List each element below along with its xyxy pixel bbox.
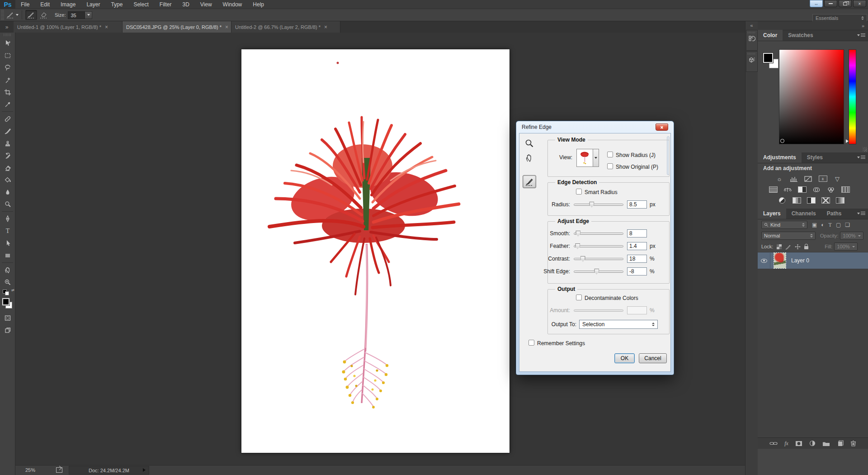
dialog-title-bar[interactable]: Refine Edge × — [516, 121, 674, 133]
hand-tool[interactable] — [0, 264, 15, 276]
menu-window[interactable]: Window — [217, 0, 248, 9]
smart-radius-checkbox[interactable] — [576, 189, 582, 195]
menu-edit[interactable]: Edit — [35, 0, 55, 9]
shape-tool[interactable] — [0, 249, 15, 261]
hue-saturation-icon[interactable] — [769, 186, 778, 193]
type-tool[interactable]: T — [0, 225, 15, 237]
menu-3d[interactable]: 3D — [177, 0, 194, 9]
vibrance-icon[interactable]: ▽ — [833, 176, 842, 182]
paint-bucket-tool[interactable] — [0, 174, 15, 186]
tab-styles[interactable]: Styles — [802, 152, 828, 163]
menu-filter[interactable]: Filter — [154, 0, 177, 9]
brightness-contrast-icon[interactable]: ☼ — [775, 176, 784, 182]
smooth-value-input[interactable]: 8 — [627, 229, 647, 238]
remember-settings-checkbox[interactable] — [528, 340, 534, 346]
dialog-hand-tool[interactable] — [524, 152, 535, 163]
invert-icon[interactable] — [778, 197, 787, 204]
tab-swatches[interactable]: Swatches — [783, 30, 818, 41]
hue-strip[interactable] — [849, 49, 856, 144]
status-flyout-arrow[interactable] — [143, 468, 146, 472]
foreground-color-swatch[interactable] — [2, 298, 9, 305]
filter-type-icon[interactable]: T — [829, 222, 832, 228]
output-to-dropdown[interactable]: Selection — [579, 320, 658, 329]
opacity-dropdown[interactable]: 100% — [840, 232, 863, 240]
menu-type[interactable]: Type — [105, 0, 128, 9]
panel-menu-icon[interactable] — [857, 156, 865, 159]
menu-help[interactable]: Help — [247, 0, 269, 9]
refine-radius-tool-button[interactable] — [25, 10, 37, 20]
menu-layer[interactable]: Layer — [81, 0, 105, 9]
photo-filter-icon[interactable] — [812, 186, 821, 193]
color-lookup-icon[interactable] — [841, 186, 850, 193]
collapse-panels-chevron[interactable]: » — [758, 21, 868, 30]
filter-adjustment-icon[interactable]: ◐ — [821, 222, 824, 228]
layer-style-fx-icon[interactable]: fx — [784, 440, 788, 447]
minimize-button[interactable] — [824, 0, 837, 7]
tool-preset-picker[interactable] — [6, 10, 19, 20]
feather-slider[interactable] — [574, 245, 623, 247]
lock-position-icon[interactable] — [795, 244, 801, 250]
erase-refinements-tool-button[interactable] — [38, 10, 50, 20]
tab-untitled-2[interactable]: Untitled-2 @ 66.7% (Layer 2, RGB/8) * × — [231, 21, 340, 33]
posterize-icon[interactable] — [792, 197, 801, 204]
quick-selection-tool[interactable] — [0, 74, 15, 86]
tab-paths[interactable]: Paths — [821, 208, 847, 219]
filter-kind-dropdown[interactable]: Kind — [761, 221, 807, 229]
foreground-background-swatches[interactable] — [0, 296, 15, 312]
show-radius-checkbox[interactable] — [607, 152, 613, 157]
size-dropdown-button[interactable] — [85, 11, 92, 19]
lock-all-icon[interactable] — [804, 246, 808, 249]
lasso-tool[interactable] — [0, 62, 15, 74]
panel-menu-icon[interactable] — [857, 33, 865, 37]
swap-colors-control[interactable]: ⇄ — [0, 288, 15, 296]
eyedropper-tool[interactable] — [0, 98, 15, 110]
document-canvas[interactable] — [241, 49, 509, 453]
layer-thumbnail[interactable] — [774, 253, 786, 268]
decontaminate-colors-checkbox[interactable] — [576, 294, 582, 300]
feather-value-input[interactable]: 1.4 — [627, 242, 647, 250]
expand-panels-chevron[interactable]: « — [745, 21, 758, 29]
lock-pixels-icon[interactable] — [785, 244, 791, 250]
new-group-icon[interactable] — [822, 441, 830, 446]
move-tool[interactable] — [0, 37, 15, 49]
properties-panel-button[interactable] — [746, 51, 758, 72]
shift-edge-slider-thumb[interactable] — [594, 269, 599, 275]
menu-file[interactable]: File — [15, 0, 35, 9]
gradient-map-icon[interactable] — [835, 197, 844, 204]
eraser-tool[interactable] — [0, 162, 15, 174]
selective-color-icon[interactable] — [821, 197, 830, 204]
resize-layout-button[interactable]: ⇔ — [810, 0, 823, 7]
smooth-slider[interactable] — [574, 233, 623, 235]
history-panel-button[interactable] — [746, 30, 758, 51]
fill-dropdown[interactable]: 100% — [834, 242, 858, 251]
view-dropdown-arrow[interactable] — [593, 149, 599, 167]
new-adjustment-layer-icon[interactable] — [809, 440, 816, 446]
levels-icon[interactable] — [789, 176, 798, 182]
pen-tool[interactable] — [0, 213, 15, 225]
show-original-checkbox[interactable] — [607, 163, 613, 169]
share-icon[interactable] — [56, 467, 62, 473]
tab-color[interactable]: Color — [758, 30, 783, 41]
tab-close-icon[interactable]: × — [105, 24, 108, 30]
color-panel-swatches[interactable] — [763, 53, 781, 71]
curves-icon[interactable] — [804, 176, 813, 182]
size-value-input[interactable]: 35 — [68, 11, 85, 19]
dodge-tool[interactable] — [0, 198, 15, 210]
panel-menu-icon[interactable] — [857, 212, 865, 215]
tab-adjustments[interactable]: Adjustments — [758, 152, 802, 163]
delete-layer-icon[interactable] — [850, 440, 856, 446]
exposure-icon[interactable]: ± — [818, 176, 827, 182]
history-brush-tool[interactable] — [0, 149, 15, 162]
foreground-swatch[interactable] — [763, 53, 773, 63]
clone-stamp-tool[interactable] — [0, 137, 15, 149]
tab-overflow-chevron[interactable]: » — [0, 21, 14, 33]
zoom-tool[interactable] — [0, 276, 15, 288]
saturation-brightness-field[interactable] — [779, 49, 844, 144]
refine-radius-brush-button[interactable] — [523, 175, 536, 188]
tab-layers[interactable]: Layers — [758, 208, 786, 219]
contrast-slider-thumb[interactable] — [580, 256, 585, 262]
tab-close-icon[interactable]: × — [225, 24, 228, 30]
crop-tool[interactable] — [0, 86, 15, 98]
radius-slider-thumb[interactable] — [589, 202, 594, 208]
zoom-level-value[interactable]: 25% — [25, 467, 35, 473]
